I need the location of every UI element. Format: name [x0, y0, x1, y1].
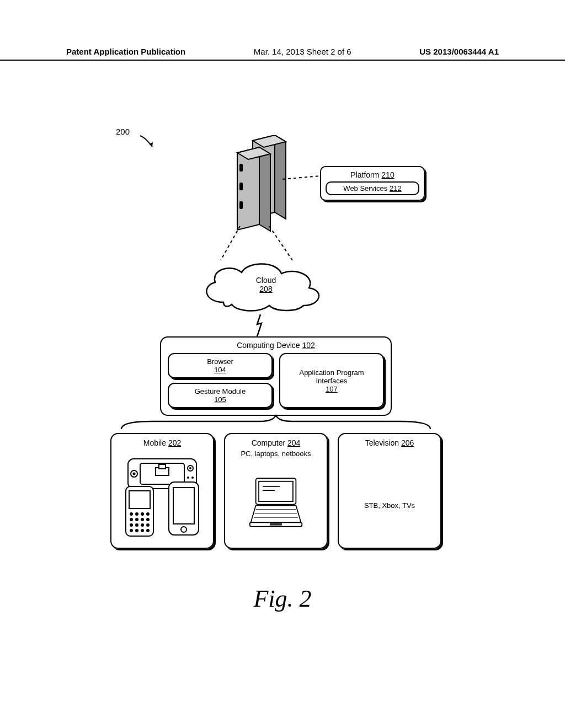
svg-point-18 — [189, 467, 191, 469]
laptop-icon — [240, 474, 312, 529]
figure-2-diagram: 200 Platform 210 — [99, 116, 458, 585]
ref-200: 200 — [116, 127, 130, 136]
mobile-title: Mobile 202 — [116, 438, 209, 447]
cloud-label: Cloud 208 — [244, 276, 288, 293]
api-box: Application Program Interfaces 107 — [279, 353, 384, 408]
platform-ref: 210 — [381, 170, 394, 179]
web-services-ref: 212 — [390, 184, 402, 192]
computing-device-title: Computing Device 102 — [168, 341, 384, 350]
page-header: Patent Application Publication Mar. 14, … — [0, 47, 565, 61]
svg-point-16 — [133, 473, 136, 475]
television-ref: 206 — [401, 438, 414, 447]
svg-point-35 — [146, 518, 150, 521]
svg-point-32 — [130, 518, 133, 521]
computer-subtitle: PC, laptops, netbooks — [230, 449, 322, 458]
mobile-devices-icon — [118, 454, 206, 537]
web-services-box: Web Services 212 — [326, 181, 419, 195]
svg-point-36 — [130, 523, 133, 527]
computing-device-ref: 102 — [302, 341, 315, 350]
svg-line-11 — [221, 226, 240, 260]
device-row: Mobile 202 — [110, 433, 441, 549]
header-right: US 2013/0063444 A1 — [419, 47, 499, 56]
svg-point-29 — [135, 512, 138, 516]
figure-caption: Fig. 2 — [0, 585, 565, 613]
svg-point-19 — [187, 477, 189, 479]
svg-rect-9 — [239, 201, 243, 209]
api-ref: 107 — [284, 385, 380, 393]
svg-point-40 — [130, 529, 133, 532]
computer-ref: 204 — [287, 438, 300, 447]
television-card: Television 206 STB, Xbox, TVs — [338, 433, 441, 549]
svg-point-37 — [135, 523, 138, 527]
browser-box: Browser 104 — [168, 353, 273, 378]
gesture-module-box: Gesture Module 105 — [168, 383, 273, 408]
lightning-icon — [254, 314, 265, 336]
svg-point-31 — [146, 512, 150, 516]
platform-label: Platform 210 — [326, 170, 419, 179]
svg-line-12 — [269, 226, 292, 260]
header-center: Mar. 14, 2013 Sheet 2 of 6 — [254, 47, 351, 56]
svg-point-41 — [135, 529, 138, 532]
svg-rect-27 — [129, 491, 150, 508]
svg-point-30 — [141, 512, 144, 516]
svg-marker-48 — [251, 505, 301, 522]
mobile-ref: 202 — [168, 438, 181, 447]
television-title: Television 206 — [343, 438, 436, 447]
television-subtitle: STB, Xbox, TVs — [364, 501, 415, 510]
svg-point-33 — [135, 518, 138, 521]
computing-device-box: Computing Device 102 Browser 104 Gesture… — [160, 336, 392, 416]
gesture-ref: 105 — [172, 395, 268, 404]
mobile-card: Mobile 202 — [110, 433, 214, 549]
server-stack-icon — [226, 135, 287, 234]
platform-box: Platform 210 Web Services 212 — [320, 166, 425, 201]
svg-rect-53 — [270, 523, 282, 526]
svg-rect-8 — [239, 183, 243, 190]
brace-icon — [119, 414, 433, 430]
computer-card: Computer 204 PC, laptops, netbooks — [224, 433, 328, 549]
svg-point-20 — [191, 477, 194, 479]
svg-marker-5 — [259, 147, 270, 231]
svg-rect-22 — [159, 464, 166, 469]
svg-point-43 — [146, 529, 150, 532]
computer-title: Computer 204 — [230, 438, 322, 447]
svg-point-38 — [141, 523, 144, 527]
header-left: Patent Application Publication — [66, 47, 185, 56]
svg-rect-24 — [173, 488, 194, 524]
cloud-ref: 208 — [244, 285, 288, 293]
svg-rect-7 — [239, 164, 243, 172]
leader-arrow-icon — [139, 132, 161, 154]
svg-point-28 — [130, 512, 133, 516]
svg-point-39 — [146, 523, 150, 527]
svg-rect-45 — [259, 481, 293, 501]
browser-ref: 104 — [172, 366, 268, 374]
svg-point-42 — [141, 529, 144, 532]
svg-point-34 — [141, 518, 144, 521]
svg-line-10 — [282, 176, 320, 179]
